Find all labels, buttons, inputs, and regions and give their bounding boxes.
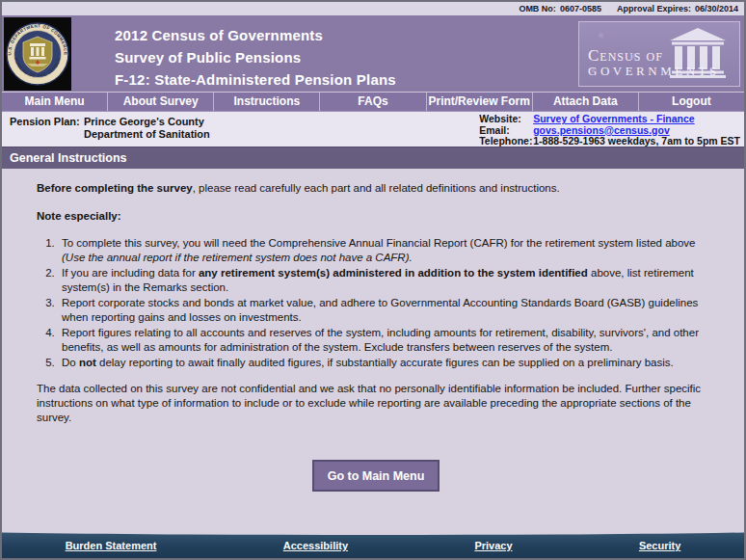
instruction-item: Report corporate stocks and bonds at mar… — [58, 296, 715, 325]
nav-item-logout[interactable]: Logout — [639, 93, 744, 111]
contact-phone-row: Telephone: 1-888-529-1963 weekdays, 7am … — [479, 136, 740, 147]
section-header: General Instructions — [2, 147, 744, 169]
text-segment: To complete this survey, you will need t… — [62, 237, 696, 249]
text-segment: not — [79, 357, 96, 368]
brand-line-census: Census of — [588, 48, 720, 64]
footer-link-burden-statement[interactable]: Burden Statement — [66, 540, 157, 551]
instructions-list: To complete this survey, you will need t… — [37, 236, 715, 370]
omb-bar: OMB No: 0607-0585 Approval Expires: 06/3… — [2, 2, 744, 15]
title-survey-name: Survey of Public Pensions — [115, 46, 396, 68]
pension-plan-name-line1: Prince George's County — [84, 116, 210, 128]
census-governments-wordmark: Census of GOVERNMENTS — [588, 48, 720, 78]
general-instructions-content: Before completing the survey, please rea… — [2, 169, 744, 530]
text-segment: Do — [62, 357, 79, 368]
telephone-label: Telephone: — [479, 136, 533, 147]
instruction-item: Report figures relating to all accounts … — [58, 326, 715, 355]
nav-item-print-review-form[interactable]: Print/Review Form — [427, 93, 533, 111]
instruction-item: Do not delay reporting to await finally … — [58, 356, 715, 370]
star-icon: ★ — [597, 30, 605, 40]
website-label: Website: — [479, 114, 533, 125]
contact-block: Website: Survey of Governments - Finance… — [479, 114, 740, 147]
intro-paragraph: Before completing the survey, please rea… — [37, 181, 715, 196]
footer-link-privacy[interactable]: Privacy — [474, 540, 512, 551]
title-form-name: F-12: State-Administered Pension Plans — [115, 68, 396, 91]
contact-website-row: Website: Survey of Governments - Finance — [479, 114, 740, 125]
text-segment: any retirement system(s) administered in… — [199, 267, 588, 279]
closing-paragraph: The data collected on this survey are no… — [37, 382, 715, 425]
survey-titles: 2012 Census of Governments Survey of Pub… — [115, 24, 396, 91]
go-to-main-menu-button[interactable]: Go to Main Menu — [312, 460, 440, 492]
nav-item-about-survey[interactable]: About Survey — [108, 93, 214, 111]
nav-item-attach-data[interactable]: Attach Data — [533, 93, 639, 111]
text-segment: Before completing the survey — [37, 182, 193, 194]
text-segment: delay reporting to await finally audited… — [96, 357, 674, 368]
brand-line-governments: GOVERNMENTS — [588, 64, 720, 78]
nav-item-instructions[interactable]: Instructions — [214, 93, 320, 111]
survey-page: OMB No: 0607-0585 Approval Expires: 06/3… — [0, 0, 746, 560]
pension-plan-label: Pension Plan: — [10, 116, 80, 127]
main-nav: Main MenuAbout SurveyInstructionsFAQsPri… — [2, 92, 744, 112]
omb-number-label: OMB No: — [519, 4, 556, 13]
text-segment: (Use the annual report if the retirement… — [62, 252, 413, 263]
commerce-seal: U.S. DEPARTMENT OF COMMERCE BUREAU OF TH… — [4, 17, 71, 91]
instruction-item: If you are including data for any retire… — [58, 266, 715, 295]
omb-number-value: 0607-0585 — [560, 4, 601, 13]
text-segment: If you are including data for — [62, 267, 199, 279]
footer-links: Burden StatementAccessibilityPrivacySecu… — [2, 530, 744, 558]
nav-item-main-menu[interactable]: Main Menu — [2, 93, 108, 111]
title-census-year: 2012 Census of Governments — [115, 24, 396, 46]
commerce-seal-icon: U.S. DEPARTMENT OF COMMERCE BUREAU OF TH… — [4, 17, 71, 91]
header-banner: U.S. DEPARTMENT OF COMMERCE BUREAU OF TH… — [2, 15, 744, 92]
approval-expires-label: Approval Expires: — [617, 4, 691, 13]
footer-link-security[interactable]: Security — [639, 540, 680, 551]
text-segment: Report figures relating to all accounts … — [62, 327, 699, 353]
note-especially-label: Note especially: — [37, 209, 715, 224]
telephone-value: 1-888-529-1963 weekdays, 7am to 5pm EST — [533, 136, 740, 147]
approval-expires-date: 06/30/2014 — [695, 4, 738, 13]
pension-plan-name-line2: Department of Sanitation — [84, 128, 210, 141]
pension-plan-name: Prince George's County Department of San… — [84, 116, 210, 141]
website-link[interactable]: Survey of Governments - Finance — [533, 114, 694, 125]
text-segment: Report corporate stocks and bonds at mar… — [62, 297, 698, 323]
nav-item-faqs[interactable]: FAQs — [320, 93, 426, 111]
footer-link-accessibility[interactable]: Accessibility — [283, 540, 348, 551]
census-governments-logo: ★ ★ ★ Census of GOVERNMENTS — [578, 21, 740, 87]
instruction-item: To complete this survey, you will need t… — [58, 236, 715, 265]
text-segment: , please read carefully each part and al… — [193, 182, 560, 194]
plan-info-bar: Pension Plan: Prince George's County Dep… — [2, 112, 744, 147]
footer-bar: Burden StatementAccessibilityPrivacySecu… — [2, 530, 744, 558]
